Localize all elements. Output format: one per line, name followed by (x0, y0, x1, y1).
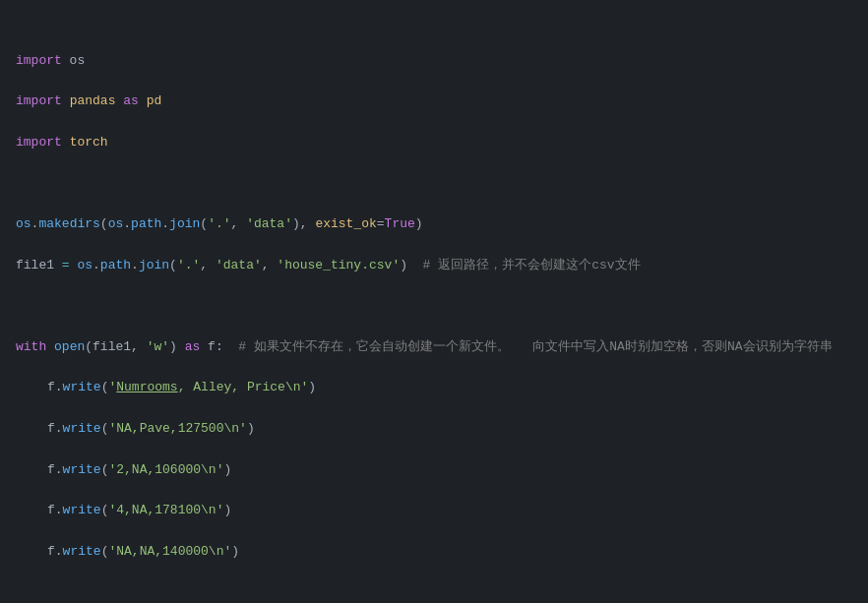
line-14 (16, 582, 852, 603)
line-10: f.write('NA,Pave,127500\n') (16, 419, 852, 440)
line-5: os.makedirs(os.path.join('.', 'data'), e… (16, 214, 852, 235)
line-2: import pandas as pd (16, 91, 852, 112)
line-12: f.write('4,NA,178100\n') (16, 501, 852, 521)
line-3: import torch (16, 133, 852, 153)
code-editor: import os import pandas as pd import tor… (0, 0, 868, 603)
line-6: file1 = os.path.join('.', 'data', 'house… (16, 256, 852, 276)
line-11: f.write('2,NA,106000\n') (16, 460, 852, 481)
line-8: with open(file1, 'w') as f: # 如果文件不存在，它会… (16, 337, 852, 358)
line-13: f.write('NA,NA,140000\n') (16, 542, 852, 563)
line-9: f.write('Numrooms, Alley, Price\n') (16, 378, 852, 398)
line-7 (16, 296, 852, 317)
line-4 (16, 173, 852, 194)
line-1: import os (16, 51, 852, 72)
